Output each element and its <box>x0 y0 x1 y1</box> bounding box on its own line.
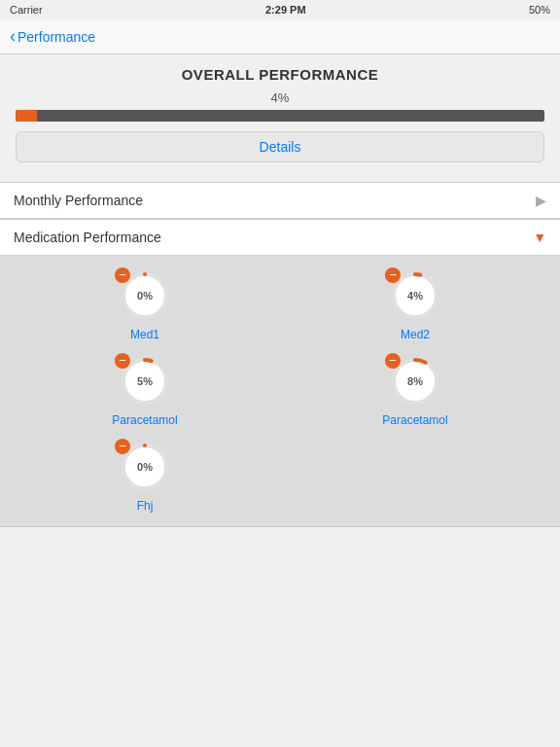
details-button[interactable]: Details <box>16 131 544 162</box>
medication-grid: 0% Med1 4% Med2 5% Paracetamol <box>0 256 560 526</box>
med-item: 0% Fhj <box>10 441 280 513</box>
circle-wrapper: 4% <box>389 269 441 322</box>
med-name: Paracetamol <box>382 413 447 427</box>
carrier-label: Carrier <box>10 4 43 16</box>
med-item: 4% Med2 <box>280 269 550 341</box>
med-name: Med1 <box>130 328 159 341</box>
monthly-performance-row[interactable]: Monthly Performance ▶ <box>0 182 560 219</box>
time-label: 2:29 PM <box>265 4 306 16</box>
minus-badge <box>385 353 401 369</box>
circle-wrapper: 8% <box>389 355 441 408</box>
med-item: 8% Paracetamol <box>280 355 550 427</box>
chevron-right-icon: ▶ <box>536 193 546 208</box>
minus-badge <box>385 267 401 283</box>
battery-label: 50% <box>529 4 550 16</box>
med-item: 5% Paracetamol <box>10 355 280 427</box>
status-bar: Carrier 2:29 PM 50% <box>0 0 560 19</box>
medication-section: Medication Performance ▼ 0% Med1 4% Med2 <box>0 219 560 527</box>
progress-bar <box>16 110 544 122</box>
overall-title: OVERALL PERFORMANCE <box>16 66 544 83</box>
progress-fill <box>16 110 37 122</box>
med-name: Med2 <box>401 328 430 341</box>
nav-bar: ‹ Performance <box>0 19 560 54</box>
minus-badge <box>115 267 130 283</box>
minus-badge <box>115 353 130 369</box>
chevron-left-icon: ‹ <box>10 26 16 47</box>
back-label: Performance <box>18 29 95 45</box>
circle-wrapper: 0% <box>119 269 171 322</box>
medication-label: Medication Performance <box>14 230 161 245</box>
overall-section: OVERALL PERFORMANCE 4% Details <box>0 54 560 172</box>
back-button[interactable]: ‹ Performance <box>10 26 95 47</box>
med-name: Fhj <box>137 499 154 513</box>
main-content: OVERALL PERFORMANCE 4% Details Monthly P… <box>0 54 560 527</box>
monthly-label: Monthly Performance <box>14 193 143 208</box>
overall-percent: 4% <box>16 90 544 105</box>
chevron-down-icon: ▼ <box>533 230 546 245</box>
minus-badge <box>115 439 130 454</box>
medication-section-header[interactable]: Medication Performance ▼ <box>0 220 560 256</box>
med-item: 0% Med1 <box>10 269 280 341</box>
med-name: Paracetamol <box>112 413 177 427</box>
circle-wrapper: 0% <box>119 441 171 493</box>
circle-wrapper: 5% <box>119 355 171 408</box>
